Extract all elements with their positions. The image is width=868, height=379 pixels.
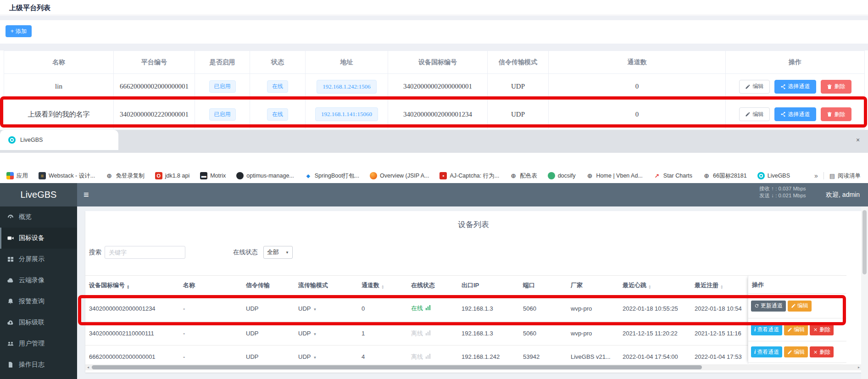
port: 5060: [519, 295, 567, 322]
online-status: 离线: [411, 353, 430, 360]
bookmark-aj-captcha[interactable]: •AJ-Captcha: 行为...: [440, 172, 499, 180]
bookmark-jsip-overview[interactable]: Overview (JSIP A...: [370, 172, 429, 179]
oracle-icon: O: [155, 172, 162, 179]
sidebar-item-operation-log[interactable]: 操作日志: [0, 354, 77, 375]
status-badge: 在线: [267, 80, 288, 93]
signal-transport: UDP: [242, 322, 295, 346]
edit-button[interactable]: 编辑: [739, 80, 770, 94]
sidebar-item-split-screen[interactable]: 分屏展示: [0, 249, 77, 270]
bookmark-star-charts[interactable]: ↗Star Charts: [653, 172, 692, 179]
platform-id: 66620000002000000001: [114, 74, 195, 100]
transport-mode: UDP: [488, 100, 549, 129]
sidebar-item-overview[interactable]: 概览: [0, 206, 77, 228]
reading-list-icon: ▤: [829, 173, 835, 179]
delete-button[interactable]: 删除: [810, 346, 834, 357]
delete-button[interactable]: 删除: [810, 324, 834, 335]
vertical-scrollbar[interactable]: [861, 206, 868, 379]
sidebar-item-alarm-query[interactable]: 报警查询: [0, 291, 77, 312]
bookmark-docsify[interactable]: docsify: [548, 172, 576, 179]
bookmark-livegbs[interactable]: LiveGBS: [757, 172, 790, 179]
share-icon: [780, 111, 786, 117]
sidebar-toggle-icon[interactable]: ≡: [83, 183, 89, 206]
reading-list-button[interactable]: ▤阅读清单: [829, 172, 861, 180]
signal-transport: UDP: [242, 295, 295, 322]
sidebar-item-cloud-recording[interactable]: 云端录像: [0, 270, 77, 291]
sidebar-item-user-management[interactable]: 用户管理: [0, 333, 77, 354]
scrollbar-thumb[interactable]: [862, 210, 867, 274]
device-list-card: 设备列表 搜索 在线状态 全部 ▼ 设备国标编号▲▼ 名称 信令传输 流传输模式…: [85, 211, 862, 373]
divider: [0, 16, 868, 20]
bookmark-jdk-api[interactable]: Ojdk1.8 api: [155, 172, 190, 179]
tab-close-icon[interactable]: ×: [853, 135, 862, 145]
sidebar-item-basic-config[interactable]: 基础配置: [0, 375, 77, 379]
dashboard-icon: [7, 213, 14, 221]
welcome-user[interactable]: 欢迎, admin: [826, 183, 860, 206]
plus-icon: +: [11, 28, 14, 34]
bookmark-copy-free[interactable]: ⊕免登录复制: [106, 172, 145, 180]
edit-button[interactable]: 编辑: [788, 301, 812, 312]
platform-name: lin: [4, 74, 114, 100]
globe-icon: ⊕: [106, 172, 113, 179]
scroll-left-icon[interactable]: ◂: [85, 364, 91, 370]
port: 5060: [519, 322, 567, 346]
stream-mode-select[interactable]: UDP▼: [295, 322, 358, 346]
col-channels[interactable]: 通道数▲▼: [358, 276, 407, 295]
col-device-gb-id: 设备国标编号: [388, 51, 488, 74]
device-gb-id: 34020000002000000001: [388, 74, 488, 100]
col-operations: 操作: [726, 51, 865, 74]
channel-count: 1: [358, 322, 407, 346]
bookmark-springboot[interactable]: ◆SpringBoot打包...: [305, 172, 359, 180]
browser-tab[interactable]: LiveGBS ×: [0, 130, 118, 150]
col-device-gb-id[interactable]: 设备国标编号▲▼: [85, 276, 179, 295]
add-button[interactable]: +添加: [6, 25, 32, 37]
channel-count: 0: [358, 295, 407, 322]
sidebar-item-gb-devices[interactable]: 国标设备: [0, 228, 77, 249]
bookmark-vben-home[interactable]: ⊕Home | Vben Ad...: [586, 172, 643, 179]
sidebar-item-gb-cascade[interactable]: 国标级联: [0, 312, 77, 333]
sort-icon: ▲▼: [127, 284, 129, 289]
traffic-chart-icon: [426, 330, 430, 335]
edit-button[interactable]: 编辑: [784, 346, 808, 357]
col-last-heartbeat[interactable]: 最近心跳▲▼: [619, 276, 691, 295]
bookmark-optimus[interactable]: optimus-manage...: [236, 172, 294, 179]
operations-row: i查看通道 编辑 删除: [748, 318, 846, 341]
trash-icon: [827, 84, 832, 89]
edit-button[interactable]: 编辑: [739, 107, 770, 121]
device-row: 34020000002000001234 - UDP UDP▼ 0 在线 192…: [85, 295, 846, 322]
docsify-icon: [548, 172, 555, 179]
col-signal-transport: 信令传输: [242, 276, 295, 295]
bookmark-webstack[interactable]: ≡Webstack - 设计...: [39, 172, 95, 180]
app-logo[interactable]: LiveGBS: [0, 183, 77, 206]
col-vendor: 厂家: [567, 276, 619, 295]
scrollbar-thumb[interactable]: [92, 365, 702, 369]
x-icon: [813, 327, 818, 332]
bookmark-gb28181[interactable]: ⊕66国标28181: [703, 172, 747, 180]
view-channels-button[interactable]: i查看通道: [751, 346, 782, 357]
update-channels-button[interactable]: 更新通道: [751, 301, 786, 312]
select-channel-button[interactable]: 选择通道: [774, 80, 816, 94]
search-input[interactable]: [105, 246, 185, 259]
view-channels-button[interactable]: i查看通道: [751, 324, 782, 335]
bookmarks-right-group: » ▤阅读清单: [814, 168, 861, 183]
bookmark-motrix[interactable]: ▬Motrix: [200, 172, 226, 179]
bookmarks-overflow-icon[interactable]: »: [814, 172, 818, 179]
status-badge: 在线: [267, 108, 288, 121]
apps-grid-icon: [6, 172, 14, 179]
online-status[interactable]: 在线: [411, 305, 430, 312]
chevron-down-icon: ▼: [313, 356, 317, 360]
edit-button[interactable]: 编辑: [784, 324, 808, 335]
select-channel-button[interactable]: 选择通道: [774, 107, 816, 121]
horizontal-scrollbar[interactable]: ◂ ▸: [85, 364, 862, 370]
bookmark-color-table[interactable]: ⊕配色表: [510, 172, 537, 180]
delete-button[interactable]: 删除: [821, 80, 851, 94]
device-name: -: [179, 295, 242, 322]
grid-icon: [7, 256, 14, 263]
online-status-select[interactable]: 全部 ▼: [263, 246, 293, 259]
x-icon: [813, 350, 818, 355]
channel-count: 0: [549, 100, 726, 129]
delete-button[interactable]: 删除: [821, 107, 851, 121]
stream-mode-select[interactable]: UDP▼: [295, 295, 358, 322]
cloud-upload-icon: [7, 319, 14, 326]
bookmark-apps[interactable]: 应用: [6, 172, 28, 180]
operations-row: i查看通道 编辑 删除: [748, 341, 846, 363]
